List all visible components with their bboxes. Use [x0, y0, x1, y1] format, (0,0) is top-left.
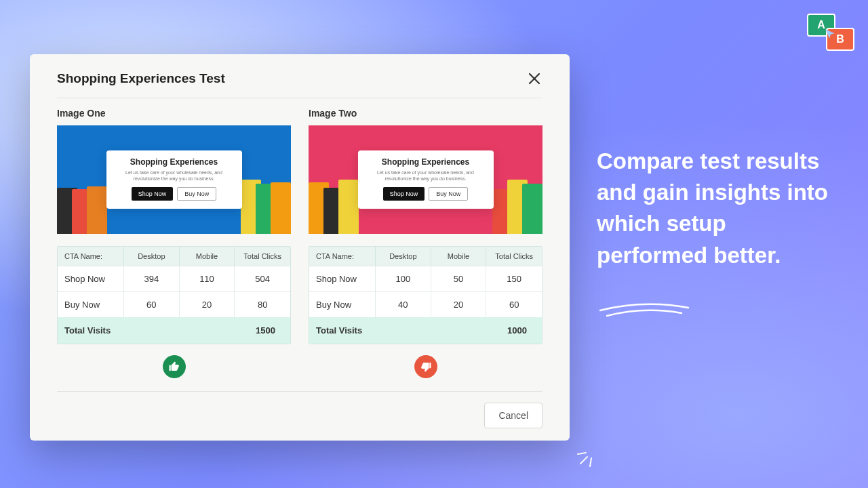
variant-two: Image Two Shopping Experiences Let us ta…	[309, 108, 542, 378]
total-visits-value: 1500	[124, 317, 290, 344]
dialog-title: Shopping Experiences Test	[57, 71, 225, 86]
col-desktop: Desktop	[124, 247, 180, 266]
hero-title: Shopping Experiences	[119, 157, 230, 167]
cell-cta: Shop Now	[58, 266, 124, 291]
dialog-header: Shopping Experiences Test	[57, 70, 542, 98]
cell-desktop: 394	[124, 266, 180, 291]
cell-mobile: 110	[180, 266, 235, 291]
cancel-button[interactable]: Cancel	[484, 403, 542, 428]
variant-one-table: CTA Name: Desktop Mobile Total Clicks Sh…	[57, 246, 291, 344]
col-cta: CTA Name:	[58, 247, 124, 266]
cell-mobile: 50	[431, 266, 487, 291]
shop-now-button[interactable]: Shop Now	[383, 187, 425, 201]
hero-title: Shopping Experiences	[370, 157, 481, 167]
cell-desktop: 60	[124, 291, 180, 317]
total-visits-value: 1000	[376, 317, 542, 344]
thumbs-down-icon	[414, 355, 437, 378]
cell-mobile: 20	[180, 291, 235, 317]
shopping-bags-icon	[495, 180, 540, 234]
close-button[interactable]	[526, 70, 542, 87]
hero-card: Shopping Experiences Let us take care of…	[358, 150, 494, 209]
hero-subtitle: Let us take care of your wholesale needs…	[119, 169, 230, 182]
table-row: Shop Now 100 50 150	[309, 266, 542, 291]
variant-two-table: CTA Name: Desktop Mobile Total Clicks Sh…	[309, 246, 542, 344]
variant-one-label: Image One	[57, 108, 291, 119]
total-visits-row: Total Visits 1500	[58, 317, 290, 344]
cell-total: 150	[486, 266, 542, 291]
shop-now-button[interactable]: Shop Now	[132, 187, 174, 201]
cell-total: 504	[235, 266, 290, 291]
cell-desktop: 40	[376, 291, 431, 317]
col-mobile: Mobile	[431, 247, 487, 266]
col-cta: CTA Name:	[309, 247, 376, 266]
cell-desktop: 100	[376, 266, 431, 291]
variant-one: Image One Shopping Experiences Let us ta…	[57, 108, 291, 378]
cell-total: 60	[486, 291, 542, 317]
buy-now-button[interactable]: Buy Now	[177, 187, 216, 201]
close-icon	[526, 70, 542, 87]
col-mobile: Mobile	[180, 247, 235, 266]
variant-two-image: Shopping Experiences Let us take care of…	[309, 125, 542, 234]
total-visits-row: Total Visits 1000	[309, 317, 542, 344]
variant-one-image: Shopping Experiences Let us take care of…	[57, 125, 291, 234]
sparkle-decoration	[576, 441, 604, 468]
results-dialog: Shopping Experiences Test Image One Shop…	[30, 54, 570, 441]
shopping-bags-icon	[243, 180, 288, 234]
cell-cta: Buy Now	[309, 291, 376, 317]
col-total: Total Clicks	[235, 247, 290, 266]
variants-container: Image One Shopping Experiences Let us ta…	[57, 108, 542, 378]
cell-total: 80	[235, 291, 290, 317]
cell-cta: Buy Now	[58, 291, 124, 317]
verdict-badge	[57, 355, 291, 378]
cell-cta: Shop Now	[309, 266, 376, 291]
dialog-footer: Cancel	[57, 391, 542, 428]
svg-line-2	[578, 453, 586, 454]
col-total: Total Clicks	[486, 247, 542, 266]
svg-line-0	[580, 457, 587, 464]
tagline-text: Compare test results and gain insights i…	[597, 146, 841, 271]
variant-two-label: Image Two	[309, 108, 542, 119]
buy-now-button[interactable]: Buy Now	[429, 187, 468, 201]
total-visits-label: Total Visits	[309, 317, 376, 344]
verdict-badge	[309, 355, 542, 378]
total-visits-label: Total Visits	[58, 317, 124, 344]
table-row: Buy Now 60 20 80	[58, 291, 290, 317]
hero-subtitle: Let us take care of your wholesale needs…	[370, 169, 481, 182]
table-header: CTA Name: Desktop Mobile Total Clicks	[58, 247, 290, 266]
cell-mobile: 20	[431, 291, 487, 317]
shopping-bags-icon	[60, 186, 104, 234]
svg-line-1	[590, 458, 591, 466]
table-row: Buy Now 40 20 60	[309, 291, 542, 317]
table-header: CTA Name: Desktop Mobile Total Clicks	[309, 247, 542, 266]
underline-decoration	[597, 298, 692, 319]
hero-card: Shopping Experiences Let us take care of…	[106, 150, 242, 209]
col-desktop: Desktop	[376, 247, 431, 266]
thumbs-up-icon	[163, 355, 186, 378]
shopping-bags-icon	[311, 180, 356, 234]
table-row: Shop Now 394 110 504	[58, 266, 290, 291]
ab-test-logo	[807, 14, 854, 51]
cursor-icon	[823, 27, 837, 41]
